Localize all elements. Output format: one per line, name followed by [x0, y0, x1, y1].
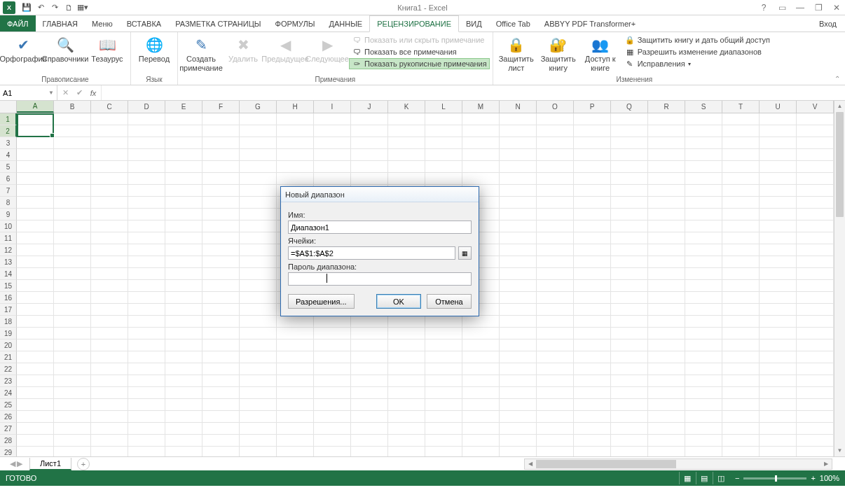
cell[interactable] — [165, 125, 202, 137]
cell[interactable] — [202, 340, 240, 351]
row-header[interactable]: 9 — [0, 209, 17, 220]
cell[interactable] — [500, 137, 537, 149]
cell[interactable] — [128, 125, 165, 137]
tab-review[interactable]: РЕЦЕНЗИРОВАНИЕ — [369, 15, 459, 32]
cell[interactable] — [91, 351, 128, 363]
cell[interactable] — [722, 351, 760, 363]
cell[interactable] — [17, 304, 54, 316]
cell[interactable] — [574, 435, 611, 447]
tab-view[interactable]: ВИД — [459, 15, 489, 31]
scroll-thumb[interactable] — [536, 460, 676, 468]
cell[interactable] — [17, 232, 54, 244]
cell[interactable] — [462, 411, 500, 423]
cell[interactable] — [797, 363, 834, 375]
cell[interactable] — [202, 209, 240, 220]
cell[interactable] — [17, 149, 54, 161]
cell[interactable] — [202, 268, 240, 280]
cell[interactable] — [17, 209, 54, 220]
sheet-nav-prev[interactable]: ◀ — [10, 459, 15, 468]
cell[interactable] — [54, 292, 91, 304]
cancel-button[interactable]: Отмена — [427, 294, 472, 309]
cell[interactable] — [574, 280, 611, 292]
cell[interactable] — [91, 363, 128, 375]
collapse-ribbon-icon[interactable]: ⌃ — [832, 74, 842, 83]
row-header[interactable]: 10 — [0, 220, 17, 232]
cell[interactable] — [91, 185, 128, 197]
cell[interactable] — [648, 304, 685, 316]
cell[interactable] — [128, 435, 165, 447]
cell[interactable] — [611, 387, 648, 399]
cell[interactable] — [722, 447, 760, 456]
cell[interactable] — [425, 375, 462, 387]
cell[interactable] — [537, 316, 574, 328]
cell[interactable] — [537, 137, 574, 149]
cell[interactable] — [574, 137, 611, 149]
cell[interactable] — [91, 244, 128, 256]
cell[interactable] — [165, 411, 202, 423]
tab-menu[interactable]: Меню — [85, 15, 120, 31]
scroll-thumb[interactable] — [836, 112, 844, 217]
cell[interactable] — [425, 113, 462, 125]
cell[interactable] — [462, 363, 500, 375]
cell[interactable] — [685, 280, 722, 292]
cell[interactable] — [277, 137, 314, 149]
row-header[interactable]: 4 — [0, 149, 17, 161]
cell[interactable] — [165, 304, 202, 316]
cell[interactable] — [685, 232, 722, 244]
cell[interactable] — [17, 137, 54, 149]
cell[interactable] — [685, 399, 722, 411]
cell[interactable] — [648, 351, 685, 363]
cell[interactable] — [611, 244, 648, 256]
col-header-O[interactable]: O — [537, 101, 574, 113]
cell[interactable] — [165, 316, 202, 328]
cell[interactable] — [425, 411, 462, 423]
cell[interactable] — [202, 244, 240, 256]
input-range-name[interactable] — [288, 220, 472, 234]
cell[interactable] — [165, 209, 202, 220]
cell[interactable] — [611, 411, 648, 423]
row-header[interactable]: 20 — [0, 340, 17, 351]
tab-formulas[interactable]: ФОРМУЛЫ — [268, 15, 322, 31]
cell[interactable] — [685, 209, 722, 220]
cell[interactable] — [351, 328, 388, 340]
cell[interactable] — [611, 292, 648, 304]
row-header[interactable]: 11 — [0, 232, 17, 244]
undo-icon[interactable]: ↶ — [34, 1, 48, 14]
row-header[interactable]: 5 — [0, 161, 17, 173]
cell[interactable] — [240, 197, 277, 209]
spelling-button[interactable]: ✔︎Орфография — [3, 34, 43, 64]
row-header[interactable]: 29 — [0, 447, 17, 456]
row-header[interactable]: 14 — [0, 268, 17, 280]
cell[interactable] — [202, 363, 240, 375]
cell[interactable] — [722, 363, 760, 375]
cell[interactable] — [165, 149, 202, 161]
cell[interactable] — [54, 375, 91, 387]
col-header-G[interactable]: G — [240, 101, 277, 113]
cell[interactable] — [91, 137, 128, 149]
vertical-scrollbar[interactable]: ▲ ▼ — [834, 101, 845, 456]
cell[interactable] — [165, 268, 202, 280]
cell[interactable] — [611, 137, 648, 149]
tab-home[interactable]: ГЛАВНАЯ — [36, 15, 85, 31]
cell[interactable] — [425, 423, 462, 435]
cell[interactable] — [537, 292, 574, 304]
cell[interactable] — [314, 340, 351, 351]
row-header[interactable]: 17 — [0, 304, 17, 316]
cell[interactable] — [760, 209, 797, 220]
cell[interactable] — [722, 268, 760, 280]
cell[interactable] — [277, 161, 314, 173]
cell[interactable] — [425, 435, 462, 447]
cell[interactable] — [760, 304, 797, 316]
cell[interactable] — [760, 173, 797, 185]
cell[interactable] — [462, 125, 500, 137]
show-all-comments-button[interactable]: 🗨Показать все примечания — [349, 46, 490, 57]
cell[interactable] — [685, 435, 722, 447]
cell[interactable] — [537, 447, 574, 456]
cell[interactable] — [537, 197, 574, 209]
cell[interactable] — [500, 423, 537, 435]
cell[interactable] — [611, 232, 648, 244]
cell[interactable] — [128, 220, 165, 232]
cell[interactable] — [388, 149, 425, 161]
cell[interactable] — [797, 351, 834, 363]
cell[interactable] — [462, 399, 500, 411]
